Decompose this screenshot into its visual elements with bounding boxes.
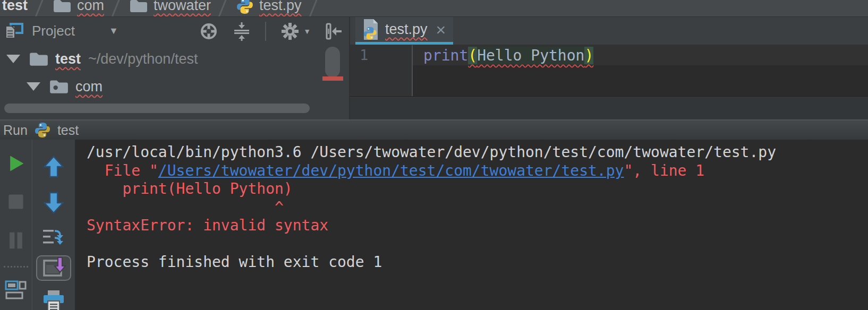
console-line-source: print(Hello Python) (87, 180, 868, 199)
breadcrumb-label[interactable]: com (77, 0, 104, 14)
folder-icon (129, 0, 148, 14)
breadcrumb-label[interactable]: test.py (259, 0, 302, 14)
project-tool-icon (4, 22, 24, 40)
close-icon[interactable]: × (436, 21, 446, 38)
code-area[interactable]: print(Hello Python) (413, 45, 868, 96)
code-keyword: print (423, 47, 468, 64)
breadcrumb-item-test[interactable]: test (2, 0, 28, 14)
console-line-blank (87, 235, 868, 254)
code-argument: Hello Python (477, 47, 584, 64)
breadcrumb-separator (34, 0, 46, 17)
package-folder-icon (49, 78, 69, 95)
expand-arrow-icon[interactable] (6, 55, 20, 63)
project-panel-title[interactable]: Project (32, 23, 75, 39)
editor[interactable]: 1 print(Hello Python) (350, 45, 868, 96)
expand-arrow-icon[interactable] (27, 82, 40, 91)
collapse-all-button[interactable] (232, 22, 251, 41)
down-stack-trace-button[interactable] (44, 192, 64, 214)
tree-item-path: ~/dev/python/test (88, 51, 198, 67)
folder-icon (53, 0, 72, 14)
breadcrumb-label[interactable]: twowater (154, 0, 211, 14)
breadcrumb-separator (110, 0, 122, 17)
run-configuration-name: test (57, 123, 79, 138)
breadcrumb-separator (308, 0, 320, 17)
breadcrumb-separator (217, 0, 229, 17)
editor-bottom-strip (350, 97, 868, 119)
up-stack-trace-button[interactable] (44, 156, 64, 178)
tree-item-name[interactable]: test (55, 51, 81, 67)
folder-icon (29, 50, 49, 67)
editor-tab-bar: test.py × (350, 17, 868, 45)
error-stripe-mark[interactable] (322, 76, 343, 81)
pause-output-button[interactable] (7, 231, 25, 250)
chevron-down-icon[interactable]: ▼ (109, 25, 118, 37)
python-file-icon (361, 19, 380, 41)
console-toolbar (32, 140, 75, 310)
locate-file-button[interactable] (199, 22, 218, 41)
hide-panel-button[interactable] (325, 22, 343, 41)
console-line-error: SyntaxError: invalid syntax (87, 217, 868, 235)
pycharm-window: test com twowater (0, 0, 868, 310)
horizontal-scrollbar[interactable] (4, 104, 310, 113)
run-tool-window: Run test (0, 119, 868, 310)
tab-testpy[interactable]: test.py × (355, 17, 453, 45)
restore-layout-button[interactable] (5, 279, 27, 300)
run-panel-header[interactable]: Run test (0, 120, 868, 140)
line-number: 1 (360, 47, 368, 63)
python-icon (236, 0, 254, 15)
scroll-to-end-button[interactable] (36, 255, 71, 281)
code-line-1[interactable]: print(Hello Python) (413, 45, 868, 65)
breadcrumb-item-twowater[interactable]: twowater (129, 0, 211, 14)
breadcrumb-item-com[interactable]: com (53, 0, 104, 14)
tab-label[interactable]: test.py (385, 21, 428, 38)
editor-pane: test.py × 1 print(Hello Python) (350, 17, 868, 119)
close-paren: ) (584, 47, 593, 64)
traceback-file-prefix: File " (87, 162, 158, 179)
project-panel-header: Project ▼ (0, 17, 349, 45)
project-tool-window: Project ▼ (0, 17, 350, 119)
traceback-file-link[interactable]: /Users/twowater/dev/python/test/com/twow… (158, 162, 624, 179)
settings-gear-button[interactable]: ▼ (280, 21, 311, 41)
toolbar-divider (265, 22, 266, 41)
run-actions-toolbar (0, 140, 32, 310)
console-line-caret: ^ (87, 199, 868, 217)
traceback-line-suffix: ", line 1 (624, 162, 704, 179)
console-line-command: /usr/local/bin/python3.6 /Users/twowater… (87, 143, 868, 162)
project-tree: test ~/dev/python/test com (0, 45, 349, 119)
soft-wrap-button[interactable] (42, 227, 65, 248)
run-panel-title: Run (3, 123, 28, 138)
tree-row-com[interactable]: com (0, 73, 349, 100)
console-line-traceback: File "/Users/twowater/dev/python/test/co… (87, 162, 868, 180)
vertical-scrollbar[interactable] (325, 47, 340, 78)
breadcrumb-label[interactable]: test (2, 0, 28, 14)
breadcrumb: test com twowater (0, 0, 868, 17)
chevron-down-icon: ▼ (303, 27, 311, 36)
editor-gutter[interactable]: 1 (350, 45, 413, 96)
rerun-button[interactable] (6, 153, 25, 174)
python-icon (34, 122, 51, 139)
open-paren: ( (468, 47, 477, 64)
tree-item-name[interactable]: com (75, 79, 103, 95)
breadcrumb-item-testpy[interactable]: test.py (236, 0, 302, 15)
tree-row-test[interactable]: test ~/dev/python/test (0, 45, 349, 73)
stop-button[interactable] (7, 193, 25, 211)
print-button[interactable] (41, 289, 66, 310)
toolbar-separator (4, 266, 28, 268)
run-console[interactable]: /usr/local/bin/python3.6 /Users/twowater… (75, 140, 868, 310)
console-line-exit: Process finished with exit code 1 (87, 253, 868, 272)
